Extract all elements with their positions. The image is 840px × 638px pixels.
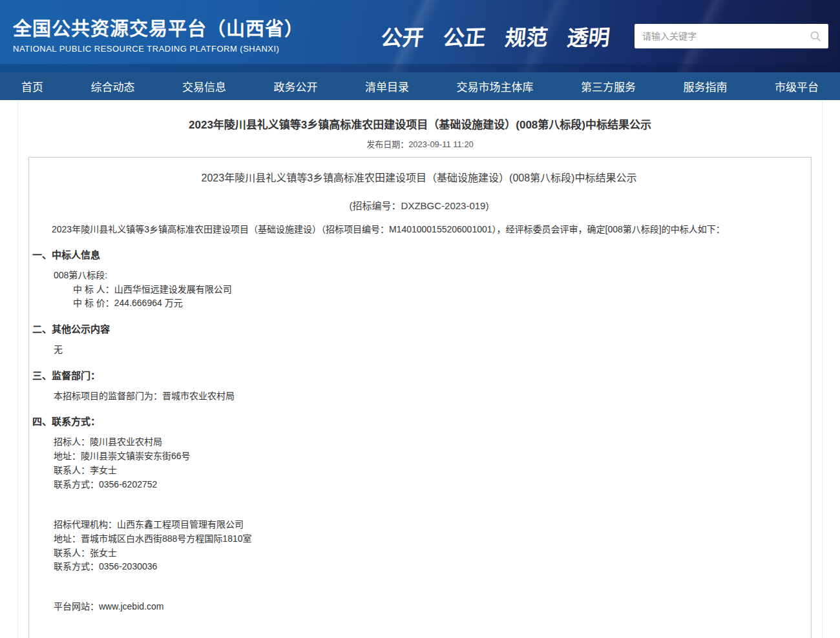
tenderer-contact-person-line: 联系人：李女士 [54, 464, 806, 478]
agency-phone-line: 联系方式：0356-2030036 [54, 560, 806, 574]
tenderer-contact-block: 招标人：陵川县农业农村局 地址：陵川县崇文镇崇安东街66号 联系人：李女士 联系… [54, 435, 806, 491]
slogan-word-transparent: 透明 [565, 20, 611, 52]
nav-item-city-platform[interactable]: 市级平台 [775, 78, 819, 94]
slogan-word-standard: 规范 [503, 20, 549, 52]
main-nav: 首页 综合动态 交易信息 政务公开 清单目录 交易市场主体库 第三方服务 服务指… [0, 72, 840, 100]
slogan-word-open: 公开 [379, 20, 425, 52]
slogan-banner: 公开 公正 规范 透明 [381, 21, 610, 52]
section-heading-other-content: 二、其他公示内容 [32, 322, 806, 335]
site-subtitle-en: NATIONAL PUBLIC RESOURCE TRADING PLATFOR… [13, 44, 310, 54]
tenderer-name-line: 招标人：陵川县农业农村局 [54, 435, 806, 449]
nav-item-home[interactable]: 首页 [21, 78, 43, 94]
section-heading-winner-info: 一、中标人信息 [32, 247, 806, 261]
search-icon [809, 30, 822, 43]
search-button[interactable] [805, 26, 826, 46]
agency-contact-person-line: 联系人：张女士 [54, 546, 806, 561]
nav-item-list-catalog[interactable]: 清单目录 [365, 78, 409, 94]
nav-item-gov-disclosure[interactable]: 政务公开 [274, 78, 318, 94]
document-title: 2023年陵川县礼义镇等3乡镇高标准农田建设项目（基础设施建设）(008第八标段… [32, 169, 806, 185]
tenderer-phone-line: 联系方式：0356-6202752 [54, 478, 806, 492]
search-box [635, 24, 828, 48]
agency-address-line: 地址：晋城市城区白水西街888号方程国际1810室 [54, 532, 806, 546]
winner-line: 中 标 人：山西华恒远建设发展有限公司 [73, 283, 806, 297]
platform-website-line: 平台网站：www.jcebid.com [54, 599, 806, 612]
nav-item-service-guide[interactable]: 服务指南 [684, 78, 728, 94]
tenderer-address-line: 地址：陵川县崇文镇崇安东街66号 [54, 449, 806, 464]
section-heading-supervisor: 三、监督部门： [32, 368, 806, 382]
header-inner: 全国公共资源交易平台（山西省） NATIONAL PUBLIC RESOURCE… [0, 0, 840, 72]
supervisor-line: 本招标项目的监督部门为：晋城市农业农村局 [54, 389, 806, 404]
publish-date: 发布日期：2023-09-11 11:20 [18, 138, 822, 150]
intro-paragraph: 2023年陵川县礼义镇等3乡镇高标准农田建设项目（基础设施建设）（招标项目编号：… [32, 223, 806, 236]
agency-contact-block: 招标代理机构：山西东鑫工程项目管理有限公司 地址：晋城市城区白水西街888号方程… [54, 518, 806, 574]
search-input[interactable] [635, 24, 828, 48]
slogan-word-fair: 公正 [441, 20, 487, 52]
lot-label: 008第八标段: [54, 269, 806, 283]
nav-item-third-party-service[interactable]: 第三方服务 [581, 78, 636, 94]
section-heading-contact: 四、联系方式： [32, 414, 806, 427]
page-title: 2023年陵川县礼义镇等3乡镇高标准农田建设项目（基础设施建设）(008第八标段… [18, 100, 822, 132]
other-content-value: 无 [54, 343, 806, 357]
announcement-document: 2023年陵川县礼义镇等3乡镇高标准农田建设项目（基础设施建设）(008第八标段… [28, 157, 812, 638]
site-logo[interactable]: 全国公共资源交易平台（山西省） NATIONAL PUBLIC RESOURCE… [13, 19, 310, 54]
nav-item-comprehensive-news[interactable]: 综合动态 [91, 78, 135, 94]
nav-item-market-entity-library[interactable]: 交易市场主体库 [457, 78, 534, 94]
agency-name-line: 招标代理机构：山西东鑫工程项目管理有限公司 [54, 518, 806, 532]
content-panel: 2023年陵川县礼义镇等3乡镇高标准农田建设项目（基础设施建设）(008第八标段… [17, 100, 823, 638]
nav-item-trade-info[interactable]: 交易信息 [182, 78, 226, 94]
bid-number: (招标编号：DXZBGC-2023-019) [32, 198, 806, 212]
site-title: 全国公共资源交易平台（山西省） [13, 19, 310, 40]
site-header: 全国公共资源交易平台（山西省） NATIONAL PUBLIC RESOURCE… [0, 0, 840, 72]
price-line: 中 标 价：244.666964 万元 [73, 296, 806, 311]
